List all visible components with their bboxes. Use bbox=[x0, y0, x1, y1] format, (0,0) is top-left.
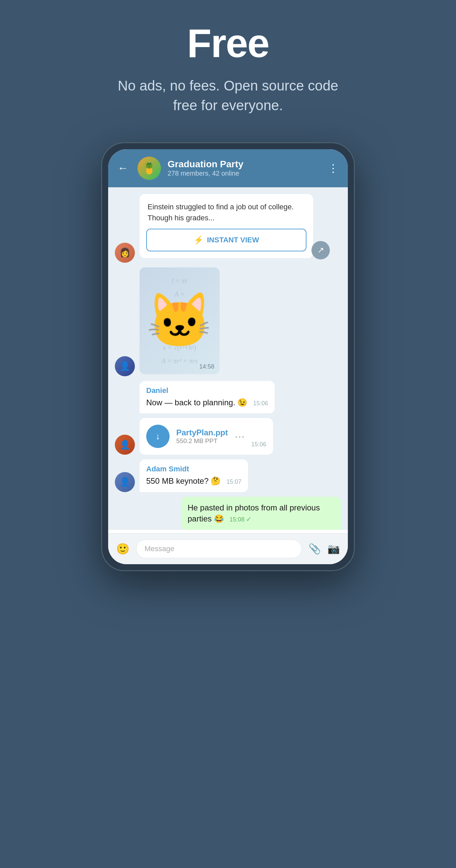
own-bubble: He pasted in photos from all previous pa… bbox=[181, 497, 341, 530]
hero-subtitle: No ads, no fees. Open source code free f… bbox=[111, 76, 345, 116]
adam-time: 15:07 bbox=[226, 478, 241, 485]
file-time: 15:06 bbox=[251, 441, 266, 448]
adam-bubble: Adam Smidt 550 MB keynote? 🤔 15:07 bbox=[140, 459, 248, 492]
avatar-guy1: 👤 bbox=[115, 356, 135, 376]
own-message-row: He pasted in photos from all previous pa… bbox=[115, 497, 341, 530]
phone-screen: ← 🍍 Graduation Party 278 members, 42 onl… bbox=[108, 149, 348, 564]
file-bubble: ↓ PartyPlan.ppt 550.2 MB PPT ⋯ 15:06 bbox=[140, 418, 273, 455]
group-name: Graduation Party bbox=[168, 159, 321, 169]
header-info: Graduation Party 278 members, 42 online bbox=[168, 159, 321, 177]
message-input[interactable]: Message bbox=[136, 539, 302, 558]
daniel-bubble: Daniel Now — back to planning. 😉 15:06 bbox=[140, 381, 275, 414]
cat-sticker: 🐱 bbox=[146, 289, 213, 352]
phone-shell: ← 🍍 Graduation Party 278 members, 42 onl… bbox=[101, 142, 355, 571]
instant-view-label: INSTANT VIEW bbox=[207, 236, 259, 244]
own-time: 15:08 ✓ bbox=[229, 516, 252, 523]
chat-header: ← 🍍 Graduation Party 278 members, 42 onl… bbox=[108, 149, 348, 187]
daniel-text: Now — back to planning. 😉 15:06 bbox=[146, 397, 268, 408]
chat-area: 👩 Einstein struggled to find a job out o… bbox=[108, 187, 348, 530]
file-message-row: 👤 ↓ PartyPlan.ppt 550.2 MB PPT ⋯ 15:06 bbox=[115, 418, 341, 455]
adam-message-row: 👤 Adam Smidt 550 MB keynote? 🤔 15:07 bbox=[115, 459, 341, 492]
group-meta: 278 members, 42 online bbox=[168, 169, 321, 177]
input-bar: 🙂 Message 📎 📷 bbox=[108, 533, 348, 564]
daniel-message-row: Daniel Now — back to planning. 😉 15:06 bbox=[115, 381, 341, 414]
daniel-sender: Daniel bbox=[146, 386, 268, 395]
instant-view-button[interactable]: ⚡ INSTANT VIEW bbox=[146, 229, 306, 251]
attach-button[interactable]: 📎 bbox=[308, 543, 321, 555]
sticker-container: l = πr A = V = l³ P = 2πr A = πr² s = √(… bbox=[140, 268, 220, 374]
file-info: PartyPlan.ppt 550.2 MB PPT bbox=[176, 428, 228, 445]
avatar-girl: 👩 bbox=[115, 243, 135, 263]
emoji-button[interactable]: 🙂 bbox=[116, 542, 129, 555]
group-avatar: 🍍 bbox=[138, 157, 161, 180]
file-size: 550.2 MB PPT bbox=[176, 437, 228, 445]
sticker-message-row: 👤 l = πr A = V = l³ P = 2πr A = πr² s = … bbox=[115, 268, 341, 376]
adam-text: 550 MB keynote? 🤔 15:07 bbox=[146, 475, 241, 487]
avatar-guy3: 👤 bbox=[115, 472, 135, 492]
more-button[interactable]: ⋮ bbox=[328, 162, 338, 175]
bolt-icon: ⚡ bbox=[193, 235, 204, 245]
camera-button[interactable]: 📷 bbox=[328, 543, 340, 555]
article-text: Einstein struggled to find a job out of … bbox=[140, 194, 313, 229]
share-button[interactable]: ↗ bbox=[311, 241, 330, 259]
article-card: Einstein struggled to find a job out of … bbox=[140, 194, 313, 258]
sticker-time: 14:58 bbox=[199, 363, 214, 370]
file-name: PartyPlan.ppt bbox=[176, 428, 228, 437]
file-download-icon[interactable]: ↓ bbox=[146, 425, 170, 448]
back-button[interactable]: ← bbox=[118, 162, 128, 174]
checkmark-icon: ✓ bbox=[246, 516, 252, 523]
own-text: He pasted in photos from all previous pa… bbox=[188, 502, 334, 524]
file-more-button[interactable]: ⋯ bbox=[235, 431, 245, 442]
hero-title: Free bbox=[187, 20, 269, 66]
article-message-row: 👩 Einstein struggled to find a job out o… bbox=[115, 194, 341, 263]
adam-sender: Adam Smidt bbox=[146, 465, 241, 473]
avatar-guy2: 👤 bbox=[115, 435, 135, 455]
daniel-time: 15:06 bbox=[253, 400, 268, 407]
